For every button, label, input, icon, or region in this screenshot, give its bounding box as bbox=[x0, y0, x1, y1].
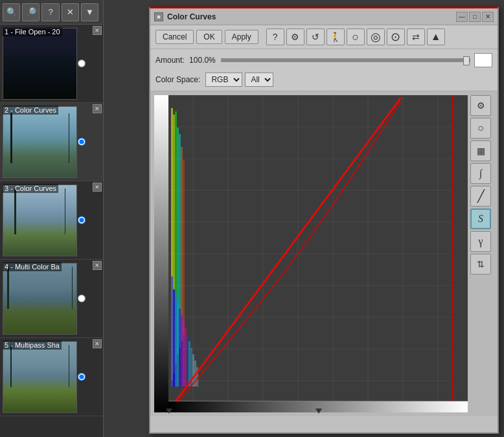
reset-icon-button[interactable]: ↺ bbox=[306, 28, 325, 45]
svg-rect-28 bbox=[173, 289, 175, 387]
gamma-control-button[interactable]: γ bbox=[470, 231, 491, 252]
amount-label: Amount: 100.0% bbox=[155, 56, 216, 65]
svg-rect-31 bbox=[179, 309, 181, 387]
amount-slider-thumb[interactable] bbox=[463, 56, 470, 65]
layer-close-button[interactable]: ✕ bbox=[93, 26, 102, 35]
svg-rect-36 bbox=[189, 341, 190, 387]
mountain-icon-button[interactable]: ▲ bbox=[427, 28, 445, 45]
list-item[interactable]: 3 - Color Curves ✕ bbox=[0, 181, 103, 260]
updown-control-button[interactable]: ⇅ bbox=[470, 254, 491, 275]
layer-radio[interactable] bbox=[78, 373, 86, 381]
right-marker[interactable] bbox=[315, 409, 322, 414]
svg-rect-35 bbox=[187, 335, 189, 387]
layer-thumbnail bbox=[3, 106, 77, 178]
layer-thumbnail bbox=[3, 263, 77, 335]
amount-slider-fill bbox=[222, 59, 470, 62]
maximize-button[interactable]: □ bbox=[469, 12, 481, 22]
list-item[interactable]: 4 - Multi Color Ba ✕ bbox=[0, 260, 103, 338]
dialog-title: Color Curves bbox=[167, 12, 455, 21]
question-icon-button[interactable]: ? bbox=[266, 28, 284, 45]
amount-slider[interactable] bbox=[221, 54, 470, 66]
svg-rect-32 bbox=[181, 315, 183, 387]
svg-rect-29 bbox=[175, 296, 177, 387]
circle-outline-icon-button[interactable]: ◎ bbox=[367, 28, 385, 45]
curve-s2-control-button[interactable]: S bbox=[470, 208, 491, 229]
zoom-out-button[interactable]: 🔎 bbox=[22, 3, 40, 21]
layer-label: 4 - Multi Color Ba bbox=[3, 262, 62, 271]
zoom-in-button[interactable]: 🔍 bbox=[3, 3, 20, 21]
list-item[interactable]: 5 - Multipass Sha ✕ bbox=[0, 338, 103, 416]
circle-control-button[interactable]: ○ bbox=[470, 118, 491, 139]
layer-label: 5 - Multipass Sha bbox=[3, 341, 62, 350]
person-icon-button[interactable]: 🚶 bbox=[326, 28, 345, 45]
circle-filled-icon-button[interactable]: ⊙ bbox=[387, 28, 405, 45]
amount-slider-track bbox=[221, 58, 470, 62]
svg-rect-27 bbox=[171, 276, 173, 387]
circle-icon-button[interactable]: ○ bbox=[347, 28, 365, 45]
list-item[interactable]: 1 - File Open - 20 ✕ bbox=[0, 25, 103, 103]
colorspace-row: Color Space: RGB HSV Lab All R G B bbox=[150, 70, 498, 91]
bars-control-button[interactable]: ▦ bbox=[470, 140, 491, 161]
layer-radio[interactable] bbox=[78, 60, 86, 67]
left-marker[interactable] bbox=[166, 409, 172, 414]
right-controls-panel: ⚙ ○ ▦ ∫ ╱ S γ ⇅ bbox=[470, 95, 494, 412]
apply-button[interactable]: Apply bbox=[225, 30, 258, 44]
list-item[interactable]: 2 - Color Curves ✕ bbox=[0, 103, 103, 181]
arrows-icon-button[interactable]: ⇄ bbox=[407, 28, 425, 45]
layer-label: 2 - Color Curves bbox=[3, 106, 58, 115]
layer-radio[interactable] bbox=[78, 216, 86, 224]
minimize-button[interactable]: — bbox=[456, 12, 468, 22]
layer-thumbnail bbox=[3, 341, 77, 413]
close-button[interactable]: ✕ bbox=[62, 3, 79, 21]
layer-label: 3 - Color Curves bbox=[3, 184, 58, 193]
colorspace-select[interactable]: RGB HSV Lab bbox=[205, 73, 242, 87]
close-dialog-button[interactable]: ✕ bbox=[482, 12, 494, 22]
curve-svg bbox=[154, 95, 468, 412]
dialog-titlebar: ■ Color Curves — □ ✕ bbox=[150, 8, 498, 25]
colorspace-label: Color Space: bbox=[155, 75, 200, 84]
amount-row: Amount: 100.0% bbox=[150, 49, 498, 70]
layer-thumbnail bbox=[3, 185, 77, 256]
curve-line-control-button[interactable]: ╱ bbox=[470, 186, 491, 207]
dialog-icon: ■ bbox=[154, 12, 163, 21]
layer-radio[interactable] bbox=[78, 295, 86, 302]
color-curves-dialog: ■ Color Curves — □ ✕ Cancel OK Apply ? ⚙… bbox=[149, 6, 499, 434]
curve-area: ⚙ ○ ▦ ∫ ╱ S γ ⇅ bbox=[150, 91, 498, 416]
svg-rect-34 bbox=[185, 328, 187, 387]
dropdown-button[interactable]: ▼ bbox=[81, 3, 98, 21]
ok-button[interactable]: OK bbox=[196, 30, 222, 44]
dialog-toolbar: Cancel OK Apply ? ⚙ ↺ 🚶 ○ ◎ ⊙ ⇄ ▲ bbox=[150, 25, 498, 49]
layer-close-button[interactable]: ✕ bbox=[93, 183, 102, 192]
layer-radio[interactable] bbox=[78, 138, 86, 146]
settings-icon-button[interactable]: ⚙ bbox=[286, 28, 304, 45]
cancel-button[interactable]: Cancel bbox=[155, 30, 194, 44]
layer-thumbnail bbox=[3, 28, 77, 100]
amount-color-box bbox=[474, 53, 492, 67]
svg-rect-33 bbox=[183, 322, 185, 387]
svg-rect-30 bbox=[177, 302, 179, 387]
left-panel: 🔍 🔎 ? ✕ ▼ 1 - File Open - 20 ✕ 2 - Color… bbox=[0, 0, 104, 437]
curve-s-control-button[interactable]: ∫ bbox=[470, 163, 491, 184]
channel-select[interactable]: All R G B bbox=[245, 73, 273, 87]
layer-close-button[interactable]: ✕ bbox=[93, 339, 102, 348]
layer-label: 1 - File Open - 20 bbox=[3, 27, 62, 36]
svg-rect-19 bbox=[154, 95, 168, 412]
layer-close-button[interactable]: ✕ bbox=[93, 261, 102, 270]
svg-rect-25 bbox=[181, 147, 183, 341]
gear-control-button[interactable]: ⚙ bbox=[470, 95, 491, 116]
bottom-gradient-bar bbox=[168, 401, 468, 412]
curve-canvas-container[interactable] bbox=[154, 95, 468, 412]
help-button[interactable]: ? bbox=[41, 3, 59, 21]
toolbar: 🔍 🔎 ? ✕ ▼ bbox=[0, 0, 103, 25]
svg-rect-26 bbox=[183, 160, 185, 335]
layer-close-button[interactable]: ✕ bbox=[93, 104, 102, 113]
